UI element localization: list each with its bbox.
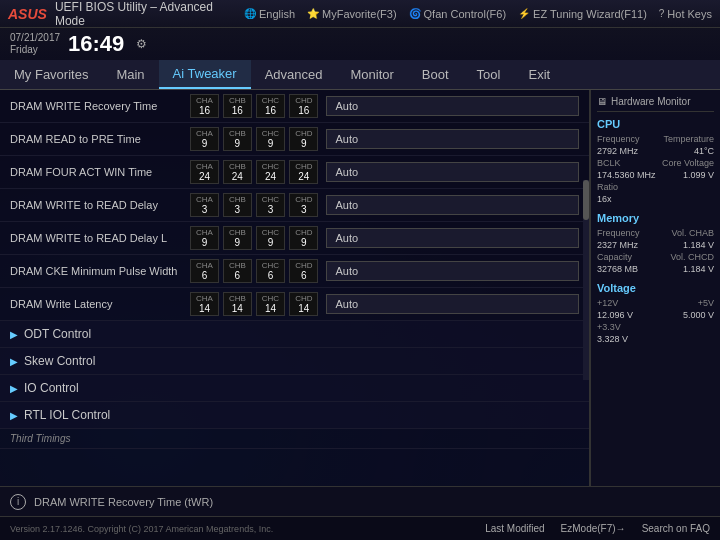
mem-freq-value: 2327 MHz — [597, 240, 638, 250]
channel-box: CHD6 — [289, 259, 318, 283]
ez-tuning-btn[interactable]: ⚡ EZ Tuning Wizard(F11) — [518, 8, 647, 20]
tab-advanced[interactable]: Advanced — [251, 60, 337, 89]
qfan-label: Qfan Control(F6) — [424, 8, 507, 20]
mem-cap-volchcd-labels: Capacity Vol. CHCD — [597, 252, 714, 262]
voltage-section: Voltage +12V +5V 12.096 V 5.000 V +3.3V … — [597, 282, 714, 344]
channel-val: 16 — [298, 105, 309, 116]
v12-v5-vals: 12.096 V 5.000 V — [597, 310, 714, 320]
channel-val: 14 — [265, 303, 276, 314]
channel-val: 9 — [202, 237, 208, 248]
setting-value[interactable]: Auto — [326, 96, 579, 116]
info-icon: i — [10, 494, 26, 510]
channel-box: CHB3 — [223, 193, 252, 217]
language-btn[interactable]: 🌐 English — [244, 8, 295, 20]
v33-val-row: 3.328 V — [597, 334, 714, 344]
setting-value[interactable]: Auto — [326, 129, 579, 149]
channel-label: CHC — [262, 96, 279, 105]
channel-label: CHD — [295, 96, 312, 105]
setting-value[interactable]: Auto — [326, 261, 579, 281]
channel-label: CHC — [262, 195, 279, 204]
channel-box: CHD3 — [289, 193, 318, 217]
channel-val: 24 — [199, 171, 210, 182]
qfan-btn[interactable]: 🌀 Qfan Control(F6) — [409, 8, 507, 20]
scrollbar[interactable] — [583, 180, 589, 380]
channel-label: CHD — [295, 261, 312, 270]
last-modified-btn[interactable]: Last Modified — [485, 523, 544, 534]
bclk-label: BCLK — [597, 158, 621, 168]
expand-icon: ▶ — [10, 410, 18, 421]
cpu-freq-temp-labels: Frequency Temperature — [597, 134, 714, 144]
nav-bar: My Favorites Main Ai Tweaker Advanced Mo… — [0, 60, 720, 90]
channel-val: 9 — [268, 237, 274, 248]
tab-tool[interactable]: Tool — [463, 60, 515, 89]
channel-label: CHA — [196, 294, 213, 303]
channel-box: CHC9 — [256, 127, 285, 151]
tab-main[interactable]: Main — [102, 60, 158, 89]
channel-box: CHC16 — [256, 94, 285, 118]
cpu-bclk-corevolt-vals: 174.5360 MHz 1.099 V — [597, 170, 714, 180]
tab-boot[interactable]: Boot — [408, 60, 463, 89]
hotkeys-btn[interactable]: ? Hot Keys — [659, 8, 712, 20]
channel-box: CHB24 — [223, 160, 252, 184]
channel-box: CHD14 — [289, 292, 318, 316]
setting-row[interactable]: DRAM WRITE Recovery TimeCHA16CHB16CHC16C… — [0, 90, 589, 123]
top-bar-items: 🌐 English ⭐ MyFavorite(F3) 🌀 Qfan Contro… — [244, 8, 712, 20]
tab-exit[interactable]: Exit — [514, 60, 564, 89]
mem-freq-volchab-vals: 2327 MHz 1.184 V — [597, 240, 714, 250]
hw-monitor-label: Hardware Monitor — [611, 96, 690, 107]
capacity-label: Capacity — [597, 252, 632, 262]
core-voltage-value: 1.099 V — [683, 170, 714, 180]
setting-row[interactable]: DRAM WRITE to READ DelayCHA3CHB3CHC3CHD3… — [0, 189, 589, 222]
setting-value[interactable]: Auto — [326, 228, 579, 248]
channel-box: CHD16 — [289, 94, 318, 118]
setting-row[interactable]: DRAM WRITE to READ Delay LCHA9CHB9CHC9CH… — [0, 222, 589, 255]
v12-value: 12.096 V — [597, 310, 633, 320]
search-faq-btn[interactable]: Search on FAQ — [642, 523, 710, 534]
scroll-thumb[interactable] — [583, 180, 589, 220]
core-voltage-label: Core Voltage — [662, 158, 714, 168]
v33-label: +3.3V — [597, 322, 621, 332]
channel-label: CHD — [295, 228, 312, 237]
channel-values: CHA9CHB9CHC9CHD9 — [190, 226, 318, 250]
v33-value: 3.328 V — [597, 334, 628, 344]
bclk-value: 174.5360 MHz — [597, 170, 656, 180]
v5-label: +5V — [698, 298, 714, 308]
channel-label: CHB — [229, 162, 246, 171]
time-gear-icon[interactable]: ⚙ — [136, 37, 147, 51]
channel-val: 3 — [202, 204, 208, 215]
setting-row[interactable]: DRAM Write LatencyCHA14CHB14CHC14CHD14Au… — [0, 288, 589, 321]
ez-mode-btn[interactable]: EzMode(F7)→ — [561, 523, 626, 534]
tab-monitor[interactable]: Monitor — [337, 60, 408, 89]
channel-label: CHB — [229, 129, 246, 138]
setting-value[interactable]: Auto — [326, 294, 579, 314]
setting-value[interactable]: Auto — [326, 195, 579, 215]
channel-label: CHA — [196, 261, 213, 270]
tab-my-favorites[interactable]: My Favorites — [0, 60, 102, 89]
date-display: 07/21/2017 Friday — [10, 32, 60, 56]
expand-row[interactable]: ▶Skew Control — [0, 348, 589, 375]
cpu-section: CPU Frequency Temperature 2792 MHz 41°C … — [597, 118, 714, 204]
bottom-description-bar: i DRAM WRITE Recovery Time (tWR) — [0, 486, 720, 516]
channel-box: CHB9 — [223, 226, 252, 250]
expand-row[interactable]: ▶IO Control — [0, 375, 589, 402]
setting-row[interactable]: DRAM CKE Minimum Pulse WidthCHA6CHB6CHC6… — [0, 255, 589, 288]
expand-label: ODT Control — [24, 327, 91, 341]
setting-row[interactable]: DRAM READ to PRE TimeCHA9CHB9CHC9CHD9Aut… — [0, 123, 589, 156]
expand-row[interactable]: ▶RTL IOL Control — [0, 402, 589, 429]
expand-row[interactable]: ▶ODT Control — [0, 321, 589, 348]
channel-label: CHC — [262, 261, 279, 270]
setting-row[interactable]: DRAM FOUR ACT WIN TimeCHA24CHB24CHC24CHD… — [0, 156, 589, 189]
vol-chcd-label: Vol. CHCD — [670, 252, 714, 262]
channel-values: CHA3CHB3CHC3CHD3 — [190, 193, 318, 217]
channel-val: 6 — [202, 270, 208, 281]
channel-label: CHC — [262, 294, 279, 303]
setting-value[interactable]: Auto — [326, 162, 579, 182]
v12-v5-labels: +12V +5V — [597, 298, 714, 308]
channel-val: 3 — [235, 204, 241, 215]
lightning-icon: ⚡ — [518, 8, 530, 19]
channel-label: CHA — [196, 129, 213, 138]
channel-label: CHA — [196, 228, 213, 237]
cpu-ratio-label-row: Ratio — [597, 182, 714, 192]
tab-ai-tweaker[interactable]: Ai Tweaker — [159, 60, 251, 89]
myfavorite-btn[interactable]: ⭐ MyFavorite(F3) — [307, 8, 397, 20]
